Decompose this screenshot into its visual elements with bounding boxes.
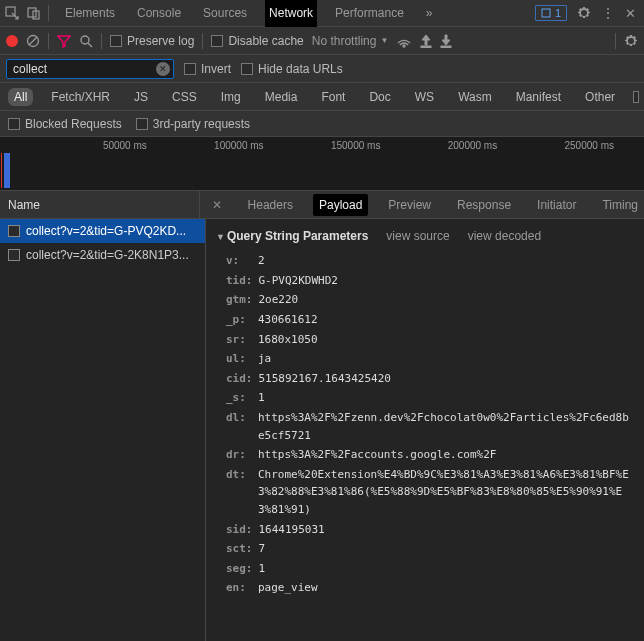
query-param-row: dt:Chrome%20Extension%E4%BD%9C%E3%81%A3%… — [226, 466, 634, 519]
details-tab-timing[interactable]: Timing — [596, 194, 644, 216]
filter-input[interactable]: collect ✕ — [6, 59, 174, 79]
inspect-icon[interactable] — [4, 6, 20, 20]
throttling-select[interactable]: No throttling ▼ — [312, 34, 389, 48]
request-row[interactable]: collect?v=2&tid=G-2K8N1P3... — [0, 243, 205, 267]
request-list: collect?v=2&tid=G-PVQ2KD... collect?v=2&… — [0, 219, 206, 641]
param-value: 1 — [258, 389, 265, 407]
main-tabs: Elements Console Sources Network Perform… — [61, 0, 529, 27]
tab-performance[interactable]: Performance — [331, 0, 408, 27]
type-doc[interactable]: Doc — [363, 88, 396, 106]
svg-rect-3 — [542, 9, 550, 17]
svg-point-5 — [81, 36, 89, 44]
chevron-down-icon: ▼ — [380, 36, 388, 45]
param-value: Chrome%20Extension%E4%BD%9C%E3%81%A3%E3%… — [258, 466, 634, 519]
tab-elements[interactable]: Elements — [61, 0, 119, 27]
view-source-link[interactable]: view source — [386, 227, 449, 246]
param-value: 515892167.1643425420 — [259, 370, 391, 388]
query-param-row: sid:1644195031 — [226, 521, 634, 539]
view-decoded-link[interactable]: view decoded — [468, 227, 541, 246]
settings-icon[interactable] — [577, 6, 591, 20]
has-blocked-cookies-checkbox[interactable]: Has blocked cookies — [633, 76, 644, 118]
type-other[interactable]: Other — [579, 88, 621, 106]
details-tab-headers[interactable]: Headers — [242, 194, 299, 216]
clear-icon[interactable] — [26, 34, 40, 48]
param-value: 2oe220 — [259, 291, 299, 309]
download-icon[interactable] — [440, 34, 452, 48]
details-tab-initiator[interactable]: Initiator — [531, 194, 582, 216]
timeline-labels: 50000 ms 100000 ms 150000 ms 200000 ms 2… — [0, 137, 644, 151]
third-party-checkbox[interactable]: 3rd-party requests — [136, 117, 250, 131]
request-row[interactable]: collect?v=2&tid=G-PVQ2KD... — [0, 219, 205, 243]
kebab-menu-icon[interactable]: ⋮ — [601, 5, 615, 21]
query-param-row: dl:https%3A%2F%2Fzenn.dev%2Fchocolat0w0%… — [226, 409, 634, 444]
svg-rect-7 — [421, 46, 431, 48]
param-key: en: — [226, 579, 252, 597]
record-button[interactable] — [6, 35, 18, 47]
close-icon[interactable]: ✕ — [625, 6, 636, 21]
details-tab-response[interactable]: Response — [451, 194, 517, 216]
search-icon[interactable] — [79, 34, 93, 48]
timeline-overview[interactable]: 50000 ms 100000 ms 150000 ms 200000 ms 2… — [0, 137, 644, 191]
query-param-row: tid:G-PVQ2KDWHD2 — [226, 272, 634, 290]
type-font[interactable]: Font — [315, 88, 351, 106]
timeline-request-mark — [4, 153, 10, 188]
details-tab-preview[interactable]: Preview — [382, 194, 437, 216]
close-details-icon[interactable]: ✕ — [206, 198, 228, 212]
type-wasm[interactable]: Wasm — [452, 88, 498, 106]
payload-section-header[interactable]: ▼Query String Parameters view source vie… — [216, 227, 634, 246]
filter-value: collect — [13, 62, 47, 76]
tab-sources[interactable]: Sources — [199, 0, 251, 27]
tab-console[interactable]: Console — [133, 0, 185, 27]
device-toggle-icon[interactable] — [26, 6, 42, 20]
param-value: 1680x1050 — [258, 331, 318, 349]
param-key: dt: — [226, 466, 252, 519]
type-media[interactable]: Media — [259, 88, 304, 106]
hide-data-urls-checkbox[interactable]: Hide data URLs — [241, 62, 343, 76]
type-fetchxhr[interactable]: Fetch/XHR — [45, 88, 116, 106]
query-param-row: sr:1680x1050 — [226, 331, 634, 349]
separator — [48, 5, 49, 21]
param-key: tid: — [226, 272, 253, 290]
type-js[interactable]: JS — [128, 88, 154, 106]
more-tabs-icon[interactable]: » — [422, 0, 437, 27]
param-key: v: — [226, 252, 252, 270]
param-value: 1 — [259, 560, 266, 578]
param-key: ul: — [226, 350, 252, 368]
type-css[interactable]: CSS — [166, 88, 203, 106]
param-value: page_view — [258, 579, 318, 597]
preserve-log-checkbox[interactable]: Preserve log — [110, 34, 194, 48]
blocked-requests-checkbox[interactable]: Blocked Requests — [8, 117, 122, 131]
param-key: seg: — [226, 560, 253, 578]
disable-cache-checkbox[interactable]: Disable cache — [211, 34, 303, 48]
param-value: 2 — [258, 252, 265, 270]
param-value: 430661612 — [258, 311, 318, 329]
name-column-header[interactable]: Name — [0, 191, 200, 218]
details-tab-payload[interactable]: Payload — [313, 194, 368, 216]
param-key: sid: — [226, 521, 253, 539]
network-conditions-icon[interactable] — [396, 34, 412, 48]
type-ws[interactable]: WS — [409, 88, 440, 106]
invert-checkbox[interactable]: Invert — [184, 62, 231, 76]
query-params-list: v:2tid:G-PVQ2KDWHD2gtm:2oe220_p:43066161… — [216, 252, 634, 597]
param-value: ja — [258, 350, 271, 368]
network-settings-icon[interactable] — [624, 34, 638, 48]
query-param-row: cid:515892167.1643425420 — [226, 370, 634, 388]
tab-network[interactable]: Network — [265, 0, 317, 27]
request-name: collect?v=2&tid=G-2K8N1P3... — [26, 248, 189, 262]
type-manifest[interactable]: Manifest — [510, 88, 567, 106]
query-param-row: _p:430661612 — [226, 311, 634, 329]
filter-icon[interactable] — [57, 34, 71, 48]
request-type-icon — [8, 249, 20, 261]
details-content: collect?v=2&tid=G-PVQ2KD... collect?v=2&… — [0, 219, 644, 641]
disclosure-triangle-icon: ▼ — [216, 232, 225, 242]
param-key: gtm: — [226, 291, 253, 309]
type-all[interactable]: All — [8, 88, 33, 106]
issues-badge[interactable]: 1 — [535, 5, 567, 21]
request-type-icon — [8, 225, 20, 237]
param-key: sr: — [226, 331, 252, 349]
param-value: 7 — [259, 540, 266, 558]
payload-panel: ▼Query String Parameters view source vie… — [206, 219, 644, 641]
clear-filter-icon[interactable]: ✕ — [156, 62, 170, 76]
upload-icon[interactable] — [420, 34, 432, 48]
type-img[interactable]: Img — [215, 88, 247, 106]
